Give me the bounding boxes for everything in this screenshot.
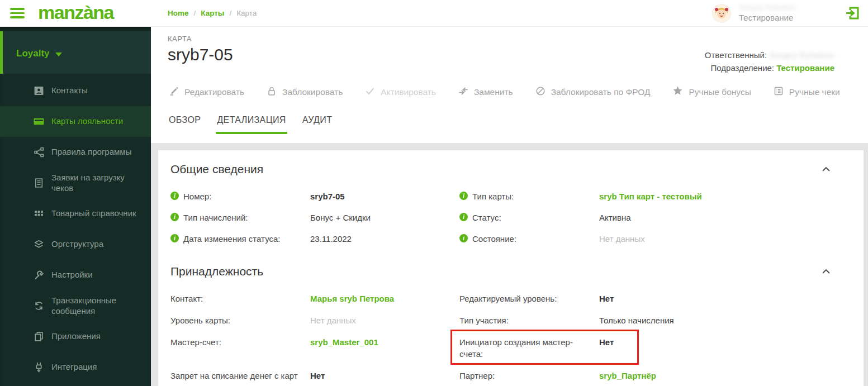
field-master-account: Мастер-счет: sryb_Master_001 xyxy=(170,336,459,360)
share-network-icon xyxy=(34,147,44,158)
sidebar-nav: Контакты Карты лояльности Правила програ… xyxy=(0,75,151,383)
block-button[interactable]: Заблокировать xyxy=(267,86,343,98)
receipt-document-icon xyxy=(34,178,44,188)
sidebar-item-settings[interactable]: Настройки xyxy=(0,260,151,290)
toolbar: Редактировать Заблокировать Активировать… xyxy=(151,74,868,106)
department-label: Подразделение: xyxy=(711,63,774,73)
responsible-label: Ответственный: xyxy=(705,50,767,60)
wrench-icon xyxy=(34,270,44,280)
user-info: Sergey Rybakov Тестирование xyxy=(739,3,823,23)
field-number: iНомер: sryb7-05 xyxy=(170,190,459,202)
field-master-account-initiator: Инициатор создания мастер-счета: Нет xyxy=(459,336,833,360)
logout-icon[interactable] xyxy=(845,6,860,21)
breadcrumb-separator: / xyxy=(194,9,196,17)
field-value-link[interactable]: sryb_Партнёр xyxy=(599,370,833,382)
field-value-link[interactable]: Марья sryb Петрова xyxy=(310,293,459,304)
chevron-up-icon[interactable] xyxy=(819,266,833,277)
chevron-down-icon xyxy=(55,53,62,56)
logo-zone: manzàna xyxy=(0,0,151,26)
user-department: Тестирование xyxy=(739,13,823,23)
sidebar-item-contacts[interactable]: Контакты xyxy=(0,75,151,106)
field-status: iСтатус: Активна xyxy=(459,212,833,223)
field-status-change-date: iДата изменения статуса: 23.11.2022 xyxy=(170,233,459,245)
sidebar-item-integration[interactable]: Интеграция xyxy=(0,352,151,383)
lock-icon xyxy=(267,86,277,98)
breadcrumb-current: Карта xyxy=(236,9,257,17)
field-state: iСостояние: Нет данных xyxy=(459,233,833,245)
sidebar-module-loyalty[interactable]: Loyalty xyxy=(0,31,151,74)
tab-audit[interactable]: АУДИТ xyxy=(301,112,334,134)
info-icon[interactable]: i xyxy=(459,213,468,221)
activate-button[interactable]: Активировать xyxy=(365,86,436,98)
sidebar-item-program-rules[interactable]: Правила программы xyxy=(0,137,151,168)
field-value: Нет данных xyxy=(310,314,459,326)
copy-pages-icon xyxy=(34,331,44,342)
field-value: Активна xyxy=(599,212,833,223)
info-icon[interactable]: i xyxy=(170,192,179,200)
detail-panel: Общие сведения iНомер: sryb7-05 iТип кар… xyxy=(158,150,864,386)
info-icon[interactable]: i xyxy=(170,234,179,242)
field-value: Только начисления xyxy=(599,314,833,326)
field-participation-type: Тип участия: Только начисления xyxy=(459,314,833,326)
breadcrumb-cards[interactable]: Карты xyxy=(201,9,224,17)
ban-circle-icon xyxy=(535,86,546,98)
section-general-header: Общие сведения xyxy=(170,163,833,176)
card-header: КАРТА sryb7-05 Ответственный: Sergey Ryb… xyxy=(151,27,868,74)
field-debit-prohibition: Запрет на списание денег с карт мастер-с… xyxy=(170,370,459,386)
edit-button[interactable]: Редактировать xyxy=(169,86,244,98)
user-name: Sergey Rybakov xyxy=(739,3,823,13)
field-value: Нет xyxy=(310,370,459,382)
field-value: Бонус + Скидки xyxy=(310,212,459,223)
sidebar: Loyalty Контакты Карты лояльности Правил… xyxy=(0,27,151,386)
section-ownership-fields: Контакт: Марья sryb Петрова Редактируемы… xyxy=(170,293,833,386)
sidebar-item-transactional-messages[interactable]: Транзакционные сообщения xyxy=(0,290,151,321)
field-value-link[interactable]: sryb Тип карт - тестовый xyxy=(599,190,833,202)
manual-bonuses-button[interactable]: Ручные бонусы xyxy=(672,85,751,98)
replace-button[interactable]: Заменить xyxy=(458,86,513,98)
tab-detail[interactable]: ДЕТАЛИЗАЦИЯ xyxy=(216,112,287,134)
field-value: Нет xyxy=(599,336,833,348)
module-label: Loyalty xyxy=(16,48,50,59)
info-icon[interactable]: i xyxy=(459,192,468,200)
field-editable-level: Редактируемый уровень: Нет xyxy=(459,293,833,304)
info-icon[interactable]: i xyxy=(170,213,179,221)
field-value-link[interactable]: sryb_Master_001 xyxy=(310,336,459,348)
field-accrual-type: iТип начислений: Бонус + Скидки xyxy=(170,212,459,223)
tab-overview[interactable]: ОБЗОР xyxy=(168,112,202,134)
breadcrumb: Home / Карты / Карта xyxy=(168,9,257,17)
sidebar-item-product-catalog[interactable]: Товарный справочник xyxy=(0,198,151,229)
menu-icon[interactable] xyxy=(10,6,25,21)
section-title: Принадлежность xyxy=(170,265,263,278)
sync-arrows-icon xyxy=(34,301,44,311)
field-card-type: iТип карты: sryb Тип карт - тестовый xyxy=(459,190,833,202)
card-meta: Ответственный: Sergey Rybakov Подразделе… xyxy=(705,35,834,74)
department-value[interactable]: Тестирование xyxy=(776,63,834,73)
section-title: Общие сведения xyxy=(170,163,263,176)
plug-icon xyxy=(34,362,44,373)
sidebar-item-receipt-requests[interactable]: Заявки на загрузку чеков xyxy=(0,168,151,198)
sidebar-item-org-structure[interactable]: Оргструктура xyxy=(0,229,151,260)
avatar[interactable] xyxy=(712,4,731,23)
block-frod-button[interactable]: Заблокировать по ФРОД xyxy=(535,86,651,98)
field-partner: Партнер: sryb_Партнёр xyxy=(459,370,833,386)
sidebar-item-applications[interactable]: Приложения xyxy=(0,321,151,352)
card-kicker: КАРТА xyxy=(168,35,233,43)
field-contact: Контакт: Марья sryb Петрова xyxy=(170,293,459,304)
field-value: Нет данных xyxy=(599,233,833,245)
main-area: КАРТА sryb7-05 Ответственный: Sergey Ryb… xyxy=(151,27,868,386)
breadcrumb-home[interactable]: Home xyxy=(168,9,189,17)
info-icon[interactable]: i xyxy=(459,234,468,242)
manual-receipts-button[interactable]: Ручные чеки xyxy=(774,86,840,98)
section-ownership-header: Принадлежность xyxy=(170,265,833,278)
field-card-level: Уровень карты: Нет данных xyxy=(170,314,459,326)
field-value: Нет xyxy=(599,293,833,304)
layers-icon xyxy=(34,239,44,250)
sidebar-item-loyalty-cards[interactable]: Карты лояльности xyxy=(0,106,151,137)
pencil-icon xyxy=(169,86,179,98)
check-icon xyxy=(365,86,375,98)
brand-logo: manzàna xyxy=(38,3,113,24)
chevron-up-icon[interactable] xyxy=(819,164,833,174)
topbar: manzàna Home / Карты / Карта Sergey Ryba… xyxy=(0,0,868,27)
list-table-icon xyxy=(774,86,784,98)
field-value: 23.11.2022 xyxy=(310,233,459,245)
